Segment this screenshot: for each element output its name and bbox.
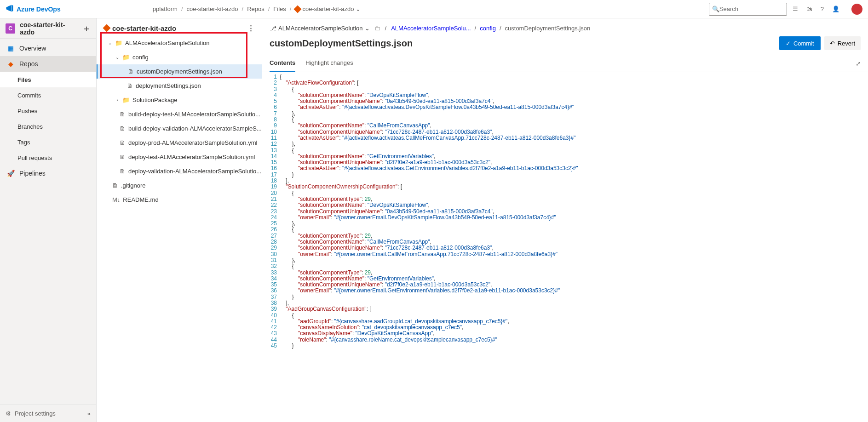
nav-branches[interactable]: Branches (0, 119, 96, 134)
tree-folder[interactable]: ⌄ 📁 config (97, 50, 262, 64)
gear-icon: ⚙ (6, 410, 11, 417)
more-icon[interactable]: ⋮ (247, 24, 254, 32)
branch-name: ALMAcceleratorSampleSolution (278, 25, 363, 32)
brand[interactable]: Azure DevOps (6, 4, 61, 14)
tree-file[interactable]: 🗎 deploy-validation-ALMAcceleratorSample… (97, 164, 262, 178)
nav-tags[interactable]: Tags (0, 134, 96, 150)
crumb-repos[interactable]: Repos (247, 6, 264, 12)
tree-file[interactable]: 🗎 build-deploy-test-ALMAcceleratorSample… (97, 107, 262, 121)
help-icon[interactable]: ? (821, 6, 824, 12)
git-repo-icon (294, 5, 302, 13)
crumb-org[interactable]: pplatform (153, 6, 178, 12)
user-settings-icon[interactable]: 👤 (832, 6, 839, 12)
branch-selector[interactable]: ⎇ ALMAcceleratorSampleSolution ⌄ (270, 25, 370, 32)
tree-label: deploy-test-ALMAcceleratorSampleSolution… (128, 154, 255, 160)
tab-highlight-changes[interactable]: Highlight changes (305, 56, 353, 72)
tree-file[interactable]: 🗎 build-deploy-validation-ALMAccelerator… (97, 121, 262, 136)
code-area[interactable]: { "ActivateFlowConfiguration": [ { "solu… (280, 72, 868, 422)
markdown-icon: M↓ (112, 196, 120, 203)
file-tree: coe-starter-kit-azdo ⋮ ⌄ 📁 ALMAccelerato… (97, 18, 262, 422)
brand-label: Azure DevOps (17, 6, 61, 13)
tree-label: deploy-prod-ALMAcceleratorSampleSolution… (128, 139, 257, 146)
file-icon: 🗎 (120, 154, 126, 160)
crumb-project[interactable]: coe-starter-kit-azdo (187, 6, 238, 12)
file-icon: 🗎 (127, 82, 133, 89)
revert-button[interactable]: ↶ Revert (824, 36, 861, 50)
file-icon: 🗎 (120, 111, 126, 118)
code-editor[interactable]: 1234567891011121314151617181920212223242… (262, 72, 868, 422)
tree-folder[interactable]: › 📁 SolutionPackage (97, 93, 262, 107)
path-crumb-current: customDeploymentSettings.json (505, 25, 591, 32)
tree-file-selected[interactable]: 🗎 customDeploymentSettings.json (97, 64, 262, 79)
nav-label: Files (17, 76, 31, 83)
crumb-sep: / (242, 6, 244, 12)
tree-file[interactable]: M↓ README.md (97, 193, 262, 207)
collapse-nav-icon[interactable]: « (87, 410, 91, 417)
tree-label: config (132, 54, 149, 61)
crumb-sep: / (290, 6, 292, 12)
search-field[interactable] (719, 6, 784, 12)
crumb-files[interactable]: Files (273, 6, 286, 12)
add-button[interactable]: ＋ (82, 23, 91, 34)
project-header[interactable]: C coe-starter-kit-azdo ＋ (0, 18, 96, 39)
pipelines-icon: 🚀 (6, 169, 15, 177)
left-nav: C coe-starter-kit-azdo ＋ ▦ Overview ◆ Re… (0, 18, 97, 422)
tree-file[interactable]: 🗎 .gitignore (97, 178, 262, 193)
tree-file[interactable]: 🗎 deploymentSettings.json (97, 79, 262, 93)
nav-pushes[interactable]: Pushes (0, 103, 96, 119)
tree-label: SolutionPackage (132, 97, 178, 103)
nav-label: Repos (19, 60, 38, 68)
nav-label: Pushes (17, 108, 37, 114)
path-crumb[interactable]: ALMAcceleratorSampleSolu... (391, 25, 471, 32)
file-icon: 🗎 (128, 68, 134, 75)
commit-button[interactable]: ✓ Commit (779, 36, 821, 50)
check-icon: ✓ (786, 40, 791, 47)
tree-root-label: coe-starter-kit-azdo (112, 24, 176, 32)
tree-label: deploymentSettings.json (136, 82, 201, 89)
nav-overview[interactable]: ▦ Overview (0, 40, 96, 56)
tree-label: build-deploy-validation-ALMAcceleratorSa… (128, 125, 262, 132)
settings-label: Project settings (15, 410, 56, 417)
chevron-right-icon: › (115, 97, 120, 103)
nav-commits[interactable]: Commits (0, 87, 96, 103)
tab-contents[interactable]: Contents (270, 56, 295, 72)
nav-files[interactable]: Files (0, 72, 96, 87)
chevron-down-icon: ⌄ (115, 55, 120, 60)
crumb-sep: / (268, 6, 270, 12)
avatar[interactable] (851, 4, 862, 15)
content-panel: ⎇ ALMAcceleratorSampleSolution ⌄ 🗀 / ALM… (262, 18, 868, 422)
tree-label: build-deploy-test-ALMAcceleratorSampleSo… (128, 111, 260, 118)
chevron-down-icon: ⌄ (365, 25, 370, 32)
search-icon: 🔍 (712, 6, 719, 12)
tree-label: deploy-validation-ALMAcceleratorSampleSo… (128, 168, 261, 175)
nav-label: Tags (17, 139, 30, 146)
nav-label: Pipelines (19, 170, 46, 177)
path-crumb[interactable]: config (480, 25, 496, 32)
project-icon: C (6, 23, 15, 34)
search-input[interactable]: 🔍 (709, 3, 787, 16)
tree-file[interactable]: 🗎 deploy-prod-ALMAcceleratorSampleSoluti… (97, 136, 262, 150)
nav-label: Commits (17, 92, 41, 99)
nav-pull-requests[interactable]: Pull requests (0, 150, 96, 165)
tree-label: customDeploymentSettings.json (137, 68, 222, 75)
breadcrumb: pplatform / coe-starter-kit-azdo / Repos… (153, 6, 361, 12)
nav-repos[interactable]: ◆ Repos (0, 56, 96, 72)
nav-label: Branches (17, 123, 43, 130)
nav-pipelines[interactable]: 🚀 Pipelines (0, 165, 96, 181)
fullscreen-icon[interactable]: ⤢ (856, 60, 861, 67)
bag-icon[interactable]: 🛍 (806, 6, 812, 12)
line-gutter: 1234567891011121314151617181920212223242… (262, 72, 280, 422)
tree-file[interactable]: 🗎 deploy-test-ALMAcceleratorSampleSoluti… (97, 150, 262, 164)
revert-label: Revert (838, 40, 855, 47)
git-repo-icon (103, 24, 111, 32)
tree-folder[interactable]: ⌄ 📁 ALMAcceleratorSampleSolution (97, 36, 262, 50)
folder-icon: 📁 (115, 40, 122, 46)
file-icon: 🗎 (112, 182, 118, 189)
tree-root[interactable]: coe-starter-kit-azdo ⋮ (97, 24, 262, 36)
project-settings[interactable]: ⚙ Project settings « (0, 405, 96, 422)
list-icon[interactable]: ☰ (793, 6, 798, 12)
repo-picker[interactable]: coe-starter-kit-azdo ⌄ (295, 6, 361, 12)
azure-devops-icon (6, 4, 14, 14)
topbar: Azure DevOps pplatform / coe-starter-kit… (0, 0, 868, 18)
nav-label: Overview (19, 45, 46, 52)
